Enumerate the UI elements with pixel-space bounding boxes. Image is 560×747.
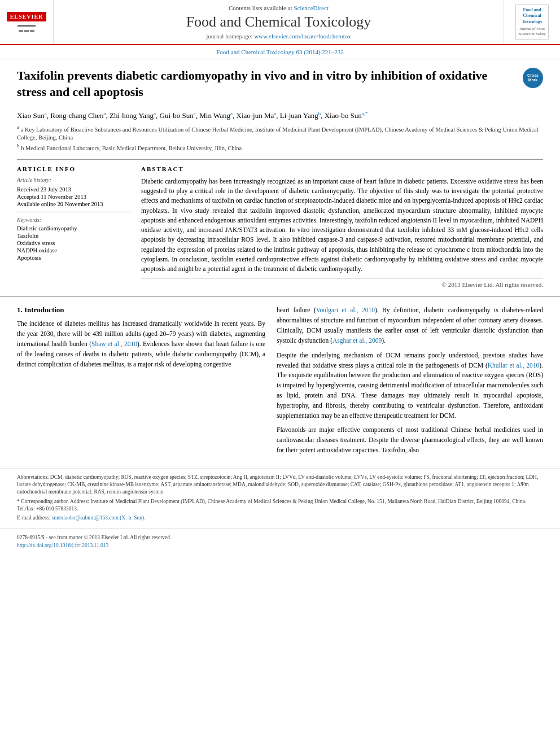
intro-para-right: heart failure (Voulgari et al., 2010). B… xyxy=(277,305,543,455)
journal-box-title-line3: Toxicology xyxy=(518,19,546,25)
journal-box: Food and Chemical Toxicology Journal of … xyxy=(515,5,549,40)
keyword-3: Oxidative stress xyxy=(17,240,130,246)
svg-text:Mark: Mark xyxy=(528,78,537,82)
divider xyxy=(17,212,130,212)
abstract-col: ABSTRACT Diabetic cardiomyopathy has bee… xyxy=(141,165,543,289)
authors-line: Xiao Suna, Rong-chang Chena, Zhi-hong Ya… xyxy=(17,111,543,120)
article-content: Taxifolin prevents diabetic cardiomyopat… xyxy=(0,59,560,296)
affiliation-a: a a Key Laboratory of Bioactive Substanc… xyxy=(17,124,543,142)
page: ELSEVIER ▬▬▬▬▬ ▬ ▬ Contents lists availa… xyxy=(0,0,560,554)
affiliations: a a Key Laboratory of Bioactive Substanc… xyxy=(17,124,543,152)
abstract-header: ABSTRACT xyxy=(141,165,543,172)
elsevier-logo-area: ELSEVIER ▬▬▬▬▬ ▬ ▬ xyxy=(0,0,54,44)
footnotes-area: Abbreviations: DCM, diabetic cardiomyopa… xyxy=(0,469,560,528)
issn-line: 0278-6915/$ - see front matter © 2013 El… xyxy=(17,534,543,541)
article-title: Taxifolin prevents diabetic cardiomyopat… xyxy=(17,68,516,100)
journal-box-desc: Journal of FoodScience & Safety xyxy=(518,27,546,37)
info-abstract-area: ARTICLE INFO Article history: Received 2… xyxy=(17,159,543,289)
keyword-4: NADPH oxidase xyxy=(17,247,130,254)
journal-title-area: Contents lists available at ScienceDirec… xyxy=(54,0,504,44)
khullar-link[interactable]: Khullar et al., 2010 xyxy=(488,362,540,369)
corresponding-text: * Corresponding author. Address: Institu… xyxy=(17,498,543,513)
copyright-line: © 2013 Elsevier Ltd. All rights reserved… xyxy=(141,278,543,288)
bottom-bar: 0278-6915/$ - see front matter © 2013 El… xyxy=(0,528,560,554)
intro-left-col: 1. Introduction The incidence of diabete… xyxy=(17,305,265,460)
homepage-line: journal homepage: www.elsevier.com/locat… xyxy=(206,33,351,40)
sciencedirect-line: Contents lists available at ScienceDirec… xyxy=(229,5,329,11)
citation-bar: Food and Chemical Toxicology 63 (2014) 2… xyxy=(0,45,560,59)
journal-title: Food and Chemical Toxicology xyxy=(186,14,371,30)
sciencedirect-link[interactable]: ScienceDirect xyxy=(294,5,329,11)
email-label: E-mail address: xyxy=(17,515,50,521)
keywords-label: Keywords: xyxy=(17,217,130,223)
crossmark-icon: Cross Mark xyxy=(523,68,543,88)
article-info-col: ARTICLE INFO Article history: Received 2… xyxy=(17,165,130,289)
abbreviations-text: Abbreviations: DCM, diabetic cardiomyopa… xyxy=(17,474,543,496)
asghar-link[interactable]: Asghar et al., 2009 xyxy=(333,337,382,344)
intro-right-col: heart failure (Voulgari et al., 2010). B… xyxy=(277,305,543,460)
affiliation-b: b b Medical Functional Laboratory, Basic… xyxy=(17,142,543,152)
keyword-1: Diabetic cardiomyopathy xyxy=(17,225,130,231)
journal-header: ELSEVIER ▬▬▬▬▬ ▬ ▬ Contents lists availa… xyxy=(0,0,560,45)
article-info-header: ARTICLE INFO xyxy=(17,165,130,172)
available-date: Available online 20 November 2013 xyxy=(17,201,130,207)
journal-box-title-line2: Chemical xyxy=(518,13,546,19)
intro-section-title: 1. Introduction xyxy=(17,305,265,314)
body-content: 1. Introduction The incidence of diabete… xyxy=(0,296,560,468)
chinese-word: Chinese xyxy=(451,426,472,433)
journal-citation: Food and Chemical Toxicology 63 (2014) 2… xyxy=(216,49,344,55)
doi-link[interactable]: http://dx.doi.org/10.1016/j.fct.2013.11.… xyxy=(17,543,108,548)
journal-logo-box: Food and Chemical Toxicology Journal of … xyxy=(504,0,560,44)
elsevier-sub: ▬▬▬▬▬ ▬ ▬ xyxy=(18,23,36,33)
abstract-text: Diabetic cardiomyopathy has been increas… xyxy=(141,177,543,274)
crossmark-area: Cross Mark xyxy=(523,68,543,88)
received-date: Received 23 July 2013 xyxy=(17,186,130,193)
doi-line: http://dx.doi.org/10.1016/j.fct.2013.11.… xyxy=(17,541,543,549)
intro-para1: The incidence of diabetes mellitus has i… xyxy=(17,319,265,369)
homepage-url[interactable]: www.elsevier.com/locate/foodchemtox xyxy=(254,33,351,40)
title-wrapper: Taxifolin prevents diabetic cardiomyopat… xyxy=(17,68,516,106)
voulgari-link[interactable]: Voulgari et al., 2010 xyxy=(316,307,375,313)
history-label: Article history: xyxy=(17,177,130,183)
title-area: Taxifolin prevents diabetic cardiomyopat… xyxy=(17,68,543,106)
email-address[interactable]: suntxiaobo@submit@163.com (X.-b. Sun). xyxy=(52,515,146,521)
keyword-2: Taxifolin xyxy=(17,233,130,239)
elsevier-label: ELSEVIER xyxy=(7,12,47,21)
keyword-5: Apoptosis xyxy=(17,255,130,261)
svg-text:Cross: Cross xyxy=(527,73,539,77)
journal-box-title-line1: Food and xyxy=(518,7,546,13)
shaw-link[interactable]: Shaw et al., 2010 xyxy=(91,340,137,347)
email-line: E-mail address: suntxiaobo@submit@163.co… xyxy=(17,514,543,522)
accepted-date: Accepted 11 November 2013 xyxy=(17,194,130,200)
